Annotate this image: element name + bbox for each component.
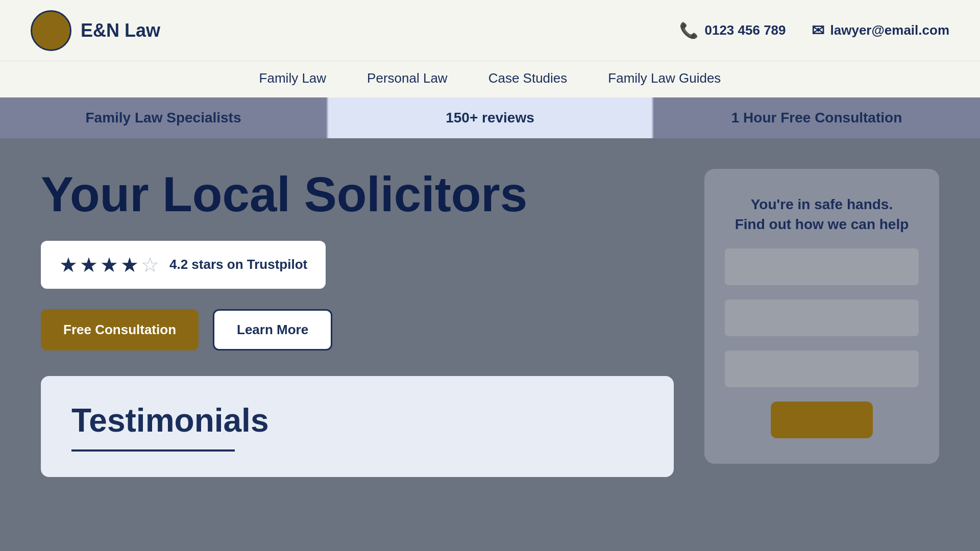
cta-buttons: Free Consultation Learn More: [41, 309, 674, 350]
logo-area: E&N Law: [31, 10, 160, 51]
banner-divider-left: [327, 97, 328, 138]
main-nav: Family Law Personal Law Case Studies Fam…: [0, 61, 980, 97]
logo-inner-circle: [36, 15, 66, 46]
star-rating: ★ ★ ★ ★ ☆: [59, 253, 159, 277]
panel-title: You're in safe hands.Find out how we can…: [735, 194, 909, 234]
banner-consultation: 1 Hour Free Consultation: [653, 97, 980, 138]
banner-reviews: 150+ reviews: [327, 97, 653, 138]
nav-family-law-guides[interactable]: Family Law Guides: [608, 70, 721, 86]
phone-contact: 📞 0123 456 789: [679, 21, 786, 39]
form-field-1[interactable]: [725, 248, 919, 285]
star-3: ★: [100, 253, 118, 277]
right-panel: You're in safe hands.Find out how we can…: [704, 169, 939, 464]
rating-text: 4.2 stars on Trustpilot: [169, 257, 307, 272]
testimonials-underline: [71, 449, 235, 452]
email-address: lawyer@email.com: [830, 22, 949, 38]
banner-strip: Family Law Specialists 150+ reviews 1 Ho…: [0, 97, 980, 138]
learn-more-button[interactable]: Learn More: [213, 309, 332, 350]
logo-icon: [31, 10, 71, 51]
form-field-3[interactable]: [725, 350, 919, 387]
header: E&N Law 📞 0123 456 789 ✉ lawyer@email.co…: [0, 0, 980, 61]
testimonials-title: Testimonials: [71, 402, 643, 439]
left-section: Your Local Solicitors ★ ★ ★ ★ ☆ 4.2 star…: [41, 169, 674, 551]
star-2: ★: [80, 253, 98, 277]
free-consultation-button[interactable]: Free Consultation: [41, 309, 199, 350]
banner-divider-right: [652, 97, 653, 138]
phone-icon: 📞: [679, 21, 698, 39]
email-contact: ✉ lawyer@email.com: [812, 21, 949, 39]
star-1: ★: [59, 253, 78, 277]
nav-personal-law[interactable]: Personal Law: [367, 70, 448, 86]
rating-box: ★ ★ ★ ★ ☆ 4.2 stars on Trustpilot: [41, 241, 326, 289]
email-icon: ✉: [812, 21, 824, 39]
form-field-2[interactable]: [725, 299, 919, 336]
testimonials-outer: Testimonials: [41, 376, 674, 477]
banner-specialists: Family Law Specialists: [0, 97, 327, 138]
header-contact: 📞 0123 456 789 ✉ lawyer@email.com: [679, 21, 949, 39]
main-content: Your Local Solicitors ★ ★ ★ ★ ☆ 4.2 star…: [0, 138, 980, 551]
nav-case-studies[interactable]: Case Studies: [488, 70, 568, 86]
brand-name: E&N Law: [81, 20, 160, 41]
star-4: ★: [120, 253, 139, 277]
panel-submit-button[interactable]: [771, 402, 873, 438]
phone-number: 0123 456 789: [704, 22, 786, 38]
star-5: ☆: [141, 253, 159, 277]
hero-title: Your Local Solicitors: [41, 169, 674, 220]
nav-family-law[interactable]: Family Law: [259, 70, 326, 86]
